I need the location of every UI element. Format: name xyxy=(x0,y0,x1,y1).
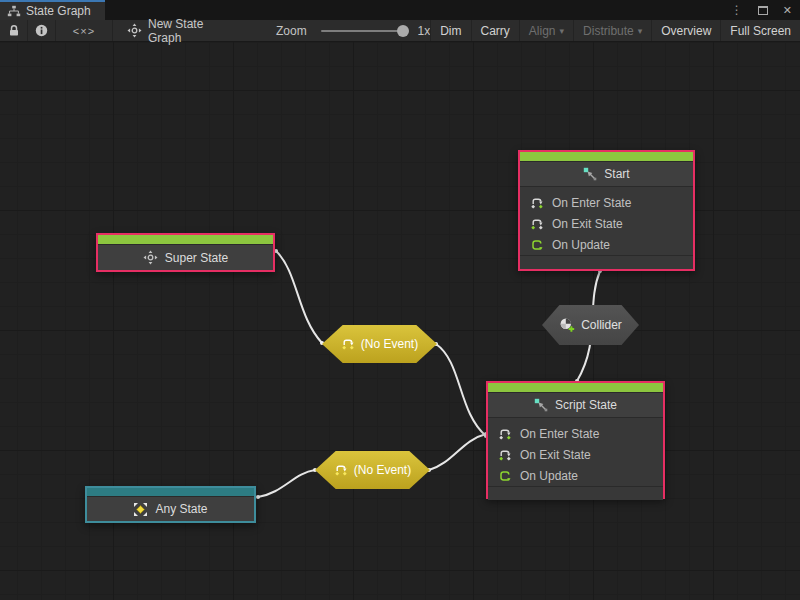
super-state-title: Super State xyxy=(98,244,273,270)
overview-button[interactable]: Overview xyxy=(651,20,720,41)
transition-edge-icon xyxy=(583,167,597,181)
super-state-move-icon xyxy=(143,250,158,265)
distribute-button[interactable]: Distribute ▾ xyxy=(573,20,651,41)
toolbar-main-segment: New State Graph Zoom 1x xyxy=(113,20,430,41)
event-label: On Enter State xyxy=(552,196,631,210)
tab-title: State Graph xyxy=(26,4,91,18)
state-graph-window: State Graph ⋮ ✕ xyxy=(0,0,800,600)
state-graph-move-icon xyxy=(127,23,142,38)
graph-name-group[interactable]: New State Graph xyxy=(127,17,236,45)
maximize-icon[interactable] xyxy=(758,6,768,15)
no-event-label: (No Event) xyxy=(361,337,418,351)
distribute-label: Distribute xyxy=(583,24,634,38)
zoom-slider[interactable] xyxy=(321,30,406,32)
no-event-transition-icon xyxy=(341,337,355,351)
carry-label: Carry xyxy=(481,24,510,38)
script-state-title: Script State xyxy=(488,392,663,418)
zoom-value: 1x xyxy=(417,24,430,38)
on-exit-state-icon xyxy=(498,448,512,462)
dim-label: Dim xyxy=(440,24,461,38)
node-script-state[interactable]: Script State On Enter State xyxy=(486,381,665,499)
graph-toolbar: <×> New State Graph Zoom 1x xyxy=(0,20,800,42)
super-state-color-bar xyxy=(98,235,273,244)
start-state-color-bar xyxy=(520,152,693,161)
node-no-event-bottom[interactable]: (No Event) xyxy=(315,451,430,489)
event-label: On Update xyxy=(520,469,578,483)
any-state-color-bar xyxy=(87,488,254,496)
start-title-label: Start xyxy=(604,167,629,181)
chevron-down-icon: ▾ xyxy=(560,26,565,36)
script-state-color-bar xyxy=(488,383,663,392)
full-screen-button[interactable]: Full Screen xyxy=(720,20,800,41)
on-update-icon xyxy=(530,238,544,252)
graph-hierarchy-icon xyxy=(7,5,21,18)
code-icon: <×> xyxy=(73,25,95,37)
script-state-title-label: Script State xyxy=(555,398,617,412)
align-button[interactable]: Align ▾ xyxy=(519,20,573,41)
on-update-icon xyxy=(498,469,512,483)
node-footer xyxy=(520,255,693,269)
transition-edge-icon xyxy=(534,398,548,412)
script-event-list: On Enter State On Exit State xyxy=(488,418,663,486)
lock-button[interactable] xyxy=(0,20,28,41)
overview-label: Overview xyxy=(661,24,711,38)
tab-state-graph[interactable]: State Graph xyxy=(0,0,105,20)
event-label: On Enter State xyxy=(520,427,599,441)
tab-bar: State Graph ⋮ ✕ xyxy=(0,0,800,20)
on-enter-state-icon xyxy=(498,427,512,441)
close-icon[interactable]: ✕ xyxy=(783,4,792,17)
on-exit-state-icon xyxy=(530,217,544,231)
event-row-on-enter[interactable]: On Enter State xyxy=(488,423,663,444)
lock-icon xyxy=(8,24,20,37)
event-label: On Exit State xyxy=(520,448,591,462)
event-row-on-exit[interactable]: On Exit State xyxy=(520,213,693,234)
no-event-transition-icon xyxy=(334,463,348,477)
event-row-on-exit[interactable]: On Exit State xyxy=(488,444,663,465)
align-label: Align xyxy=(529,24,556,38)
any-state-title-label: Any State xyxy=(155,502,207,516)
collider-icon xyxy=(559,317,575,333)
event-row-on-update[interactable]: On Update xyxy=(488,465,663,486)
any-state-title: Any State xyxy=(87,496,254,521)
dim-button[interactable]: Dim xyxy=(430,20,470,41)
node-footer xyxy=(488,486,663,500)
code-view-button[interactable]: <×> xyxy=(56,20,113,41)
super-state-title-label: Super State xyxy=(165,251,228,265)
window-menu-icon[interactable]: ⋮ xyxy=(731,3,743,17)
event-row-on-enter[interactable]: On Enter State xyxy=(520,192,693,213)
zoom-slider-handle[interactable] xyxy=(397,25,409,37)
node-any-state[interactable]: Any State xyxy=(85,486,256,523)
info-icon xyxy=(35,24,48,37)
event-label: On Exit State xyxy=(552,217,623,231)
no-event-label: (No Event) xyxy=(354,463,411,477)
full-screen-label: Full Screen xyxy=(730,24,791,38)
start-event-list: On Enter State On Exit State xyxy=(520,187,693,255)
window-controls: ⋮ ✕ xyxy=(731,0,792,20)
node-super-state[interactable]: Super State xyxy=(96,233,275,272)
node-start[interactable]: Start On Enter State xyxy=(518,150,695,271)
chevron-down-icon: ▾ xyxy=(638,26,643,36)
on-enter-state-icon xyxy=(530,196,544,210)
event-row-on-update[interactable]: On Update xyxy=(520,234,693,255)
info-button[interactable] xyxy=(28,20,56,41)
any-state-icon xyxy=(133,502,148,517)
event-label: On Update xyxy=(552,238,610,252)
node-no-event-top[interactable]: (No Event) xyxy=(322,325,437,363)
start-node-title: Start xyxy=(520,161,693,187)
graph-name-label: New State Graph xyxy=(148,17,236,45)
node-collider[interactable]: Collider xyxy=(542,305,639,345)
zoom-label: Zoom xyxy=(276,24,307,38)
carry-button[interactable]: Carry xyxy=(471,20,519,41)
collider-label: Collider xyxy=(581,318,622,332)
